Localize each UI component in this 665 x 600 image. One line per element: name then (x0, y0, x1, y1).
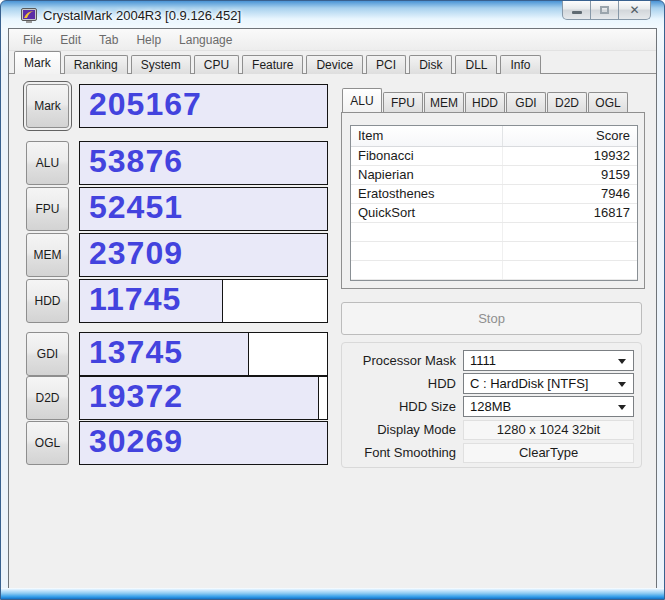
detail-tab-fpu[interactable]: FPU (383, 92, 423, 112)
benchmark-row-fpu: FPU 52451 (26, 187, 329, 231)
tab-info[interactable]: Info (500, 55, 540, 74)
app-window: CrystalMark 2004R3 [0.9.126.452] ✕ File … (0, 0, 665, 600)
stop-button[interactable]: Stop (341, 302, 642, 335)
benchmark-row-mem: MEM 23709 (26, 233, 329, 277)
main-tab-bar: Mark Ranking System CPU Feature Device P… (9, 51, 656, 74)
settings-groupbox: Processor Mask 1111 HDD C : HardDisk [NT… (341, 342, 642, 468)
window-bottom-frame (1, 588, 664, 599)
result-list-header: Item Score (351, 126, 637, 147)
tab-pci[interactable]: PCI (366, 55, 406, 74)
menu-edit[interactable]: Edit (51, 30, 90, 50)
fpu-score-bar: 52451 (79, 187, 328, 231)
minimize-icon (572, 11, 582, 14)
cell-score: 7946 (503, 185, 637, 203)
gdi-score-bar: 13745 (79, 332, 328, 376)
mem-button[interactable]: MEM (26, 233, 69, 277)
gdi-button[interactable]: GDI (26, 332, 69, 376)
mem-score-bar: 23709 (79, 233, 328, 277)
cell-item (351, 242, 503, 260)
display-mode-value: 1280 x 1024 32bit (463, 420, 634, 440)
benchmark-row-mark: Mark 205167 (26, 84, 329, 128)
cell-item (351, 261, 503, 279)
cell-score: 16817 (503, 204, 637, 222)
d2d-button[interactable]: D2D (26, 376, 69, 420)
tab-disk[interactable]: Disk (409, 55, 452, 74)
font-smoothing-label: Font Smoothing (351, 445, 456, 460)
detail-tab-hdd[interactable]: HDD (465, 92, 505, 112)
cell-score: 19932 (503, 147, 637, 165)
benchmark-row-gdi: GDI 13745 (26, 332, 329, 376)
column-header-score[interactable]: Score (503, 126, 637, 146)
table-row-empty (351, 242, 637, 261)
cell-item: QuickSort (351, 204, 503, 222)
hdd-score-value: 11745 (89, 281, 181, 318)
ogl-score-bar: 30269 (79, 421, 328, 465)
table-row-napierian[interactable]: Napierian 9159 (351, 166, 637, 185)
hdd-button[interactable]: HDD (26, 279, 69, 323)
field-hdd-size: HDD Size 128MB (351, 396, 632, 417)
table-row-fibonacci[interactable]: Fibonacci 19932 (351, 147, 637, 166)
maximize-button[interactable] (590, 1, 619, 20)
tab-mark[interactable]: Mark (14, 51, 61, 74)
mark-button[interactable]: Mark (26, 84, 69, 128)
field-display-mode: Display Mode 1280 x 1024 32bit (351, 419, 632, 440)
table-row-eratosthenes[interactable]: Eratosthenes 7946 (351, 185, 637, 204)
mem-score-value: 23709 (89, 235, 183, 272)
field-font-smoothing: Font Smoothing ClearType (351, 442, 632, 463)
hdd-value: C : HardDisk [NTFS] (470, 376, 588, 391)
mark-tab-page: Mark 205167 ALU 53876 FPU 52451 (9, 74, 656, 589)
cell-item: Eratosthenes (351, 185, 503, 203)
fpu-button[interactable]: FPU (26, 187, 69, 231)
tab-cpu[interactable]: CPU (194, 55, 239, 74)
field-hdd: HDD C : HardDisk [NTFS] (351, 373, 632, 394)
titlebar[interactable]: CrystalMark 2004R3 [0.9.126.452] ✕ (1, 1, 664, 29)
detail-tab-ogl[interactable]: OGL (588, 92, 628, 112)
detail-tab-bar: ALU FPU MEM HDD GDI D2D OGL (342, 89, 645, 112)
display-mode-label: Display Mode (351, 422, 456, 437)
gdi-score-value: 13745 (89, 334, 183, 371)
d2d-score-bar: 19372 (79, 376, 328, 420)
menu-file[interactable]: File (14, 30, 51, 50)
tab-device[interactable]: Device (306, 55, 363, 74)
tab-ranking[interactable]: Ranking (64, 55, 128, 74)
result-list: Item Score Fibonacci 19932 Napierian 915… (350, 125, 638, 281)
client-area: File Edit Tab Help Language Mark Ranking… (8, 28, 657, 590)
menu-language[interactable]: Language (170, 30, 241, 50)
menu-help[interactable]: Help (127, 30, 170, 50)
table-row-quicksort[interactable]: QuickSort 16817 (351, 204, 637, 223)
hdd-size-combobox[interactable]: 128MB (463, 396, 634, 417)
tab-system[interactable]: System (131, 55, 191, 74)
field-processor-mask: Processor Mask 1111 (351, 350, 632, 371)
hdd-combobox[interactable]: C : HardDisk [NTFS] (463, 373, 634, 394)
d2d-score-value: 19372 (89, 378, 183, 415)
fpu-score-value: 52451 (89, 189, 183, 226)
detail-tab-mem[interactable]: MEM (424, 92, 464, 112)
chevron-down-icon (618, 359, 626, 364)
minimize-button[interactable] (562, 1, 591, 20)
window-title: CrystalMark 2004R3 [0.9.126.452] (43, 8, 241, 23)
detail-tab-d2d[interactable]: D2D (547, 92, 587, 112)
cell-score (503, 242, 637, 260)
cell-score (503, 261, 637, 279)
maximize-icon (600, 6, 609, 14)
processor-mask-combobox[interactable]: 1111 (463, 350, 634, 371)
close-button[interactable]: ✕ (618, 1, 651, 20)
menu-tab[interactable]: Tab (90, 30, 127, 50)
detail-tab-gdi[interactable]: GDI (506, 92, 546, 112)
table-row-empty (351, 261, 637, 280)
detail-tab-page: Item Score Fibonacci 19932 Napierian 915… (341, 112, 645, 289)
tab-dll[interactable]: DLL (455, 55, 497, 74)
alu-button[interactable]: ALU (26, 141, 69, 185)
processor-mask-value: 1111 (470, 353, 496, 368)
window-controls: ✕ (563, 1, 651, 20)
mark-score-bar: 205167 (79, 84, 328, 128)
ogl-button[interactable]: OGL (26, 421, 69, 465)
benchmark-row-hdd: HDD 11745 (26, 279, 329, 323)
menu-bar: File Edit Tab Help Language (9, 29, 656, 51)
tab-feature[interactable]: Feature (242, 55, 303, 74)
hdd-size-label: HDD Size (351, 399, 456, 414)
detail-tab-alu[interactable]: ALU (342, 88, 382, 112)
chevron-down-icon (618, 405, 626, 410)
cell-item (351, 223, 503, 241)
column-header-item[interactable]: Item (351, 126, 503, 146)
